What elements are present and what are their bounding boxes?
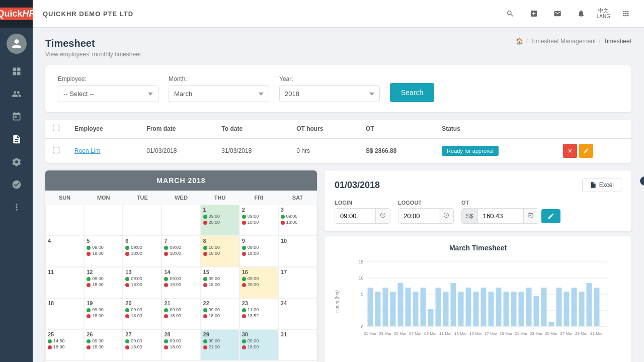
ot-amount-cell: S$ 2866.88 — [358, 138, 434, 163]
svg-text:23 Mar: 23 Mar — [530, 331, 542, 336]
status-badge: Ready for approval — [442, 146, 499, 156]
mail-icon[interactable] — [549, 6, 566, 22]
cal-cell-25[interactable]: 25 14:50 18:00 — [45, 329, 84, 360]
chart-bar — [443, 292, 449, 326]
cal-cell-4[interactable]: 4 — [45, 236, 84, 267]
chart-bar — [549, 322, 554, 326]
cal-cell-31[interactable]: 31 — [278, 329, 317, 360]
cal-cell-26[interactable]: 26 09:00 18:00 — [84, 329, 123, 360]
filter-row: Employee: -- Select -- Roen Lim Month: J… — [58, 75, 619, 102]
cal-cell-19[interactable]: 19 09:00 18:00 — [84, 298, 123, 329]
year-label: Year: — [279, 75, 380, 82]
svg-text:11 Mar: 11 Mar — [439, 331, 452, 336]
select-all-checkbox[interactable] — [53, 125, 59, 131]
logout-input-wrap — [398, 208, 454, 224]
login-input[interactable] — [335, 209, 375, 223]
ot-calendar-icon[interactable] — [523, 209, 538, 223]
cal-cell-7[interactable]: 7 09:00 18:00 — [162, 236, 200, 267]
cal-cell-29[interactable]: 29 09:00 21:00 — [201, 329, 239, 360]
sidebar-item-user-mgmt[interactable] — [0, 173, 33, 196]
logout-label: LOGOUT — [398, 200, 454, 206]
cal-cell-5[interactable]: 5 09:00 18:00 — [84, 236, 123, 267]
excel-export-button[interactable]: Excel — [582, 178, 621, 192]
edit-action-btn[interactable] — [579, 144, 593, 158]
language-selector[interactable]: 中文 LANG — [597, 8, 610, 20]
employee-name-link[interactable]: Roen Lim — [74, 147, 100, 154]
cal-cell-28[interactable]: 28 09:00 18:00 — [162, 329, 200, 360]
svg-text:05 Mar: 05 Mar — [394, 331, 407, 336]
page-content: Timesheet View employees' monthly timesh… — [33, 28, 644, 362]
svg-text:01 Mar: 01 Mar — [364, 331, 376, 336]
calendar-title: MARCH 2018 — [45, 170, 317, 191]
cal-cell-18[interactable]: 18 — [45, 298, 84, 329]
logout-time-icon[interactable] — [439, 209, 453, 223]
chart-bar — [368, 288, 373, 326]
svg-text:03 Mar: 03 Mar — [379, 331, 391, 336]
table-row: Roen Lim 01/03/2018 31/03/2018 0 hrs S$ … — [45, 138, 631, 163]
cal-cell-14[interactable]: 14 09:00 18:00 — [162, 267, 200, 298]
ot-field-group: OT S$ — [461, 200, 560, 224]
cal-cell-8[interactable]: 8 10:00 18:00 — [201, 236, 239, 267]
avatar[interactable] — [7, 34, 27, 54]
breadcrumb-home-icon[interactable]: 🏠 — [516, 38, 523, 45]
from-date-cell: 01/03/2018 — [139, 138, 214, 163]
cal-cell-23[interactable]: 23 11:00 13:52 — [239, 298, 278, 329]
cal-cell-2[interactable]: 2 09:00 18:00 — [239, 205, 278, 236]
employee-table: Employee From date To date OT hours OT S… — [45, 120, 631, 163]
sidebar-item-timesheet[interactable] — [0, 128, 33, 150]
chart-svg: 15 10 5 0 — [342, 257, 621, 345]
chart-bar — [511, 292, 517, 326]
cal-cell-20[interactable]: 20 09:00 18:00 — [123, 298, 162, 329]
cal-cell-16[interactable]: 16 09:00 20:00 — [239, 267, 278, 298]
chart-bar — [489, 292, 494, 326]
weekday-wed: WED — [162, 191, 200, 205]
cal-cell-9[interactable]: 9 09:00 18:00 — [239, 236, 278, 267]
cal-cell-30[interactable]: 30 09:00 18:00 — [239, 329, 278, 360]
ot-value-input[interactable] — [478, 209, 523, 223]
cal-cell-11[interactable]: 11 — [45, 267, 84, 298]
apps-grid-icon[interactable] — [618, 6, 634, 22]
row-checkbox[interactable] — [53, 147, 59, 153]
employee-select[interactable]: -- Select -- Roen Lim — [58, 85, 158, 102]
chart-wrapper: Hours (hrs) 15 10 — [335, 257, 621, 346]
cal-cell-1[interactable]: 1 09:00 20:00 — [201, 205, 239, 236]
cal-cell-24[interactable]: 24 — [278, 298, 317, 329]
breadcrumb-parent[interactable]: Timesheet Management — [531, 38, 596, 45]
sidebar-item-calendar[interactable] — [0, 105, 33, 128]
cal-cell-12[interactable]: 12 09:00 18:00 — [84, 267, 123, 298]
delete-action-btn[interactable] — [563, 144, 577, 158]
search-button[interactable]: Search — [390, 83, 434, 102]
weekday-fri: FRI — [239, 191, 278, 205]
add-icon[interactable] — [526, 6, 542, 22]
cal-cell-3[interactable]: 3 09:00 18:00 — [278, 205, 317, 236]
chart-bar — [572, 288, 577, 326]
sidebar-item-people[interactable] — [0, 82, 33, 105]
sidebar-item-more[interactable] — [0, 196, 33, 218]
calendar-section: MARCH 2018 SUN MON TUE WED THU FRI SAT — [45, 170, 317, 362]
sidebar-item-settings[interactable] — [0, 150, 33, 173]
cal-cell-21[interactable]: 21 09:00 18:00 — [162, 298, 200, 329]
cal-cell-17[interactable]: 17 — [278, 267, 317, 298]
cal-cell-27[interactable]: 27 09:00 18:00 — [123, 329, 162, 360]
year-select[interactable]: 2016 2017 2018 2019 — [279, 85, 380, 102]
sidebar-item-dashboard[interactable] — [0, 60, 33, 82]
cal-cell-15[interactable]: 15 09:00 18:00 — [201, 267, 239, 298]
timesheet-table: Employee From date To date OT hours OT S… — [45, 120, 631, 163]
chart-bar — [564, 292, 570, 326]
time-edit-button[interactable] — [541, 209, 560, 223]
cal-cell-6[interactable]: 6 09:00 18:00 — [123, 236, 162, 267]
logout-input[interactable] — [398, 209, 439, 223]
bell-icon[interactable] — [573, 6, 589, 22]
cal-cell-empty — [84, 205, 123, 236]
login-time-icon[interactable] — [375, 209, 390, 223]
login-label: LOGIN — [335, 200, 390, 206]
page-header: Timesheet View employees' monthly timesh… — [45, 38, 631, 58]
cal-cell-22[interactable]: 22 09:00 18:00 — [201, 298, 239, 329]
search-icon[interactable] — [502, 6, 518, 22]
month-select[interactable]: January February March April — [169, 85, 269, 102]
cal-cell-13[interactable]: 13 09:00 18:00 — [123, 267, 162, 298]
cal-cell-10[interactable]: 10 — [278, 236, 317, 267]
login-input-wrap — [335, 208, 390, 224]
calendar-grid: 1 09:00 20:00 2 09:00 18:00 3 09:00 18:0… — [45, 205, 317, 360]
lang-line1: 中文 — [598, 8, 608, 14]
